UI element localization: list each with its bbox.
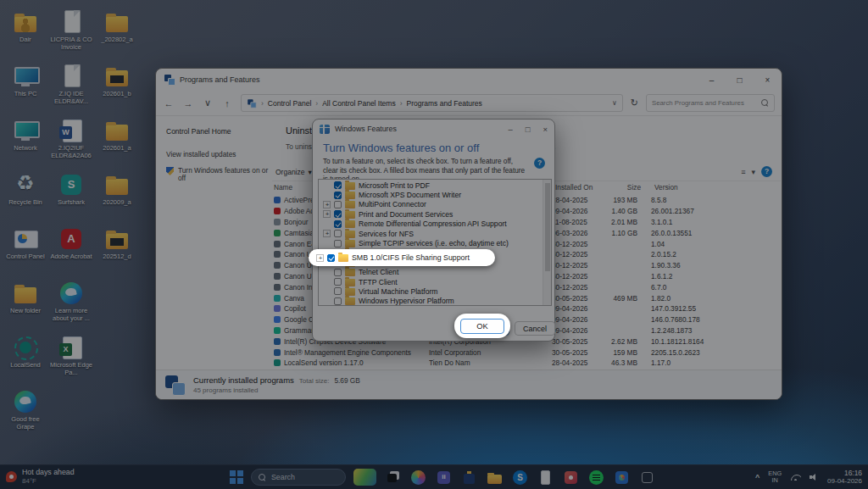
cancel-button[interactable]: Cancel — [515, 321, 555, 336]
address-dropdown-icon[interactable]: ∨ — [612, 99, 617, 107]
feature-row[interactable]: Remote Differential Compression API Supp… — [319, 219, 542, 229]
maximize-button[interactable]: □ — [726, 69, 754, 91]
desktop-icon[interactable]: This PC — [3, 59, 47, 114]
breadcrumb-all-items[interactable]: All Control Panel Items — [322, 99, 395, 108]
feature-row[interactable]: TFTP Client — [319, 277, 542, 286]
breadcrumb-control-panel[interactable]: Control Panel — [268, 99, 312, 108]
back-button[interactable]: ← — [163, 98, 175, 108]
taskbar-app-icon[interactable] — [435, 469, 453, 486]
feature-checkbox[interactable] — [334, 269, 342, 276]
maximize-button[interactable]: □ — [526, 125, 531, 134]
up-button[interactable]: ↑ — [221, 98, 233, 108]
breadcrumb-programs-features[interactable]: Programs and Features — [407, 99, 482, 108]
desktop-icon[interactable]: 202009_a — [95, 168, 139, 222]
sidebar-item-windows-features[interactable]: Turn Windows features on or off — [166, 167, 272, 183]
desktop-icon[interactable]: Network — [3, 114, 47, 168]
desktop-icon[interactable]: Adobe Acrobat — [49, 222, 93, 276]
program-row[interactable]: Intel® Management Engine Components Inte… — [274, 347, 777, 358]
clock[interactable]: 16:16 09-04-2026 — [827, 470, 862, 486]
taskbar-app-icon[interactable] — [511, 469, 529, 486]
dialog-titlebar[interactable]: Windows Features – □ × — [313, 119, 554, 138]
feature-row[interactable]: MultiPoint Connector — [319, 200, 542, 209]
column-header-version[interactable]: Version — [646, 183, 777, 194]
feature-row[interactable]: Microsoft Print to PDF — [319, 181, 542, 190]
expander-plus-icon[interactable] — [316, 254, 324, 262]
feature-row[interactable]: Virtual Machine Platform — [319, 286, 542, 296]
taskbar-app-icon[interactable] — [537, 469, 554, 486]
feature-checkbox[interactable] — [334, 210, 342, 218]
feature-checkbox[interactable] — [334, 181, 342, 189]
search-box[interactable]: Search Programs and Features — [646, 94, 775, 112]
help-icon[interactable]: ? — [534, 158, 545, 169]
taskbar-app-icon[interactable] — [409, 469, 427, 486]
feature-row[interactable]: Microsoft XPS Document Writer — [319, 190, 542, 199]
minimize-button[interactable]: – — [698, 69, 726, 91]
list-view-icon[interactable]: ≡ — [741, 168, 745, 176]
desktop-icon[interactable]: New folder — [3, 276, 47, 331]
column-header-size[interactable]: Size — [608, 183, 646, 194]
start-button[interactable] — [230, 470, 243, 484]
feature-checkbox[interactable] — [334, 297, 342, 305]
sidebar-item-home[interactable]: Control Panel Home — [166, 127, 272, 136]
desktop-icon[interactable]: 202601_a — [95, 114, 139, 168]
hidden-icons-chevron[interactable]: ^ — [755, 473, 760, 481]
desktop-icon[interactable]: _202802_a — [95, 5, 139, 59]
close-button[interactable]: × — [754, 69, 782, 91]
organize-button[interactable]: Organize ▾ — [275, 168, 312, 176]
close-button[interactable]: × — [542, 125, 548, 134]
taskbar-app-icon[interactable] — [613, 469, 631, 486]
feature-checkbox[interactable] — [334, 278, 342, 286]
feature-checkbox[interactable] — [334, 240, 342, 247]
feature-checkbox[interactable] — [334, 220, 342, 228]
forward-button[interactable]: → — [182, 98, 194, 108]
taskbar-app-icon[interactable] — [460, 469, 478, 486]
ok-button[interactable]: OK — [460, 319, 504, 334]
language-indicator[interactable]: ENG IN — [768, 470, 782, 484]
feature-row[interactable]: Services for NFS — [319, 229, 542, 238]
scrollbar-thumb[interactable] — [545, 183, 550, 271]
desktop-icon[interactable]: Good free Grape — [3, 385, 47, 439]
taskbar-app-icon[interactable] — [638, 469, 656, 486]
taskbar-app-icon[interactable] — [384, 469, 402, 486]
taskbar-app-icon[interactable] — [486, 469, 504, 486]
weather-widget[interactable]: Hot days ahead 84°F — [6, 468, 75, 486]
address-bar[interactable]: › Control Panel › All Control Panel Item… — [241, 94, 623, 112]
expander-plus-icon[interactable] — [323, 201, 331, 208]
taskbar-search[interactable]: Search — [251, 469, 346, 486]
help-icon[interactable]: ? — [761, 166, 772, 177]
volume-icon[interactable] — [810, 473, 819, 482]
desktop-icon[interactable]: LocalSend — [3, 331, 47, 385]
feature-checkbox[interactable] — [327, 254, 335, 262]
program-row[interactable]: LocalSend version 1.17.0 Tien Do Nam 28-… — [274, 358, 777, 369]
desktop-icon[interactable]: Learn more about your ... — [49, 276, 93, 331]
desktop-icon[interactable]: Recycle Bin — [3, 168, 47, 222]
sidebar-item-view-updates[interactable]: View installed updates — [166, 151, 272, 159]
desktop-icon[interactable]: Microsoft Edge Pa... — [49, 331, 93, 385]
scrollbar[interactable] — [542, 180, 551, 305]
expander-plus-icon[interactable] — [323, 230, 331, 237]
desktop-icon[interactable]: 202601_b — [95, 59, 139, 114]
desktop-icon[interactable]: LICPRIA & CO Invoice — [49, 5, 93, 59]
desktop-icon[interactable]: Dair — [3, 5, 47, 59]
view-dropdown-icon[interactable]: ▾ — [751, 168, 755, 176]
feature-checkbox[interactable] — [334, 192, 342, 199]
desktop-icon[interactable]: Surfshark — [49, 168, 93, 222]
recent-pages-dropdown[interactable]: ∨ — [202, 97, 214, 108]
desktop-icon[interactable]: Z.IQ IDE ELDR&AV... — [49, 59, 93, 114]
desktop-icon[interactable]: Control Panel — [3, 222, 47, 276]
feature-checkbox[interactable] — [334, 287, 342, 295]
desktop-icon[interactable]: 202512_d — [95, 222, 139, 276]
minimize-button[interactable]: – — [508, 125, 512, 134]
wifi-icon[interactable] — [790, 474, 801, 481]
window-titlebar[interactable]: Programs and Features – □ × — [156, 69, 782, 91]
taskbar-app-icon[interactable] — [587, 469, 605, 486]
feature-checkbox[interactable] — [334, 230, 342, 237]
expander-plus-icon[interactable] — [323, 210, 331, 218]
feature-row[interactable]: Print and Document Services — [319, 209, 542, 219]
highlighted-smb-feature-row[interactable]: SMB 1.0/CIFS File Sharing Support — [309, 249, 495, 266]
refresh-button[interactable]: ↻ — [631, 97, 638, 108]
feature-checkbox[interactable] — [334, 201, 342, 208]
taskbar-app-icon[interactable] — [562, 469, 580, 486]
feature-row[interactable]: Simple TCPIP services (i.e. echo, daytim… — [319, 238, 542, 247]
taskbar-app-icon[interactable] — [353, 469, 376, 486]
